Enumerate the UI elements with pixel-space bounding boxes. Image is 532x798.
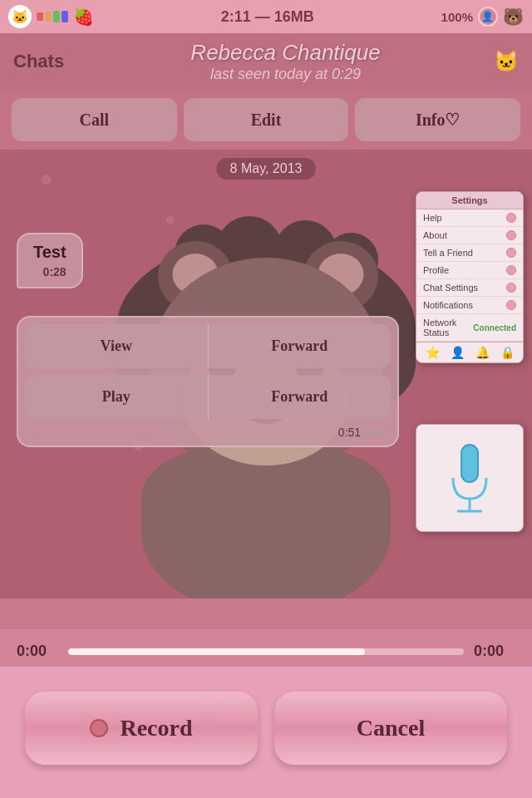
back-button[interactable]: Chats [13, 51, 64, 72]
menu-dot [506, 300, 516, 310]
menu-item-notifications[interactable]: Notifications [416, 297, 523, 314]
image-actions: View Forward [25, 324, 391, 368]
recording-time-left: 0:00 [17, 643, 58, 660]
microphone-popup [416, 424, 524, 532]
avatar-icon: 👤 [478, 7, 498, 27]
menu-item-tell-friend[interactable]: Tell a Friend [416, 244, 523, 262]
bar2 [45, 12, 52, 22]
menu-item-about[interactable]: About [416, 227, 523, 244]
lock-icon[interactable]: 🔒 [500, 346, 515, 359]
bar1 [37, 12, 43, 21]
context-icons-row: ⭐ 👤 🔔 🔒 [416, 342, 523, 362]
action-buttons-row: Call Edit Info♡ [0, 90, 532, 150]
contact-status: last seen today at 0:29 [77, 66, 494, 83]
bar3 [53, 11, 60, 22]
menu-dot [506, 213, 516, 223]
bell-icon[interactable]: 🔔 [475, 346, 490, 359]
forward-button-2[interactable]: Forward [209, 375, 392, 419]
edit-button[interactable]: Edit [184, 98, 349, 141]
back-label: Chats [13, 51, 64, 71]
signal-bars [37, 11, 68, 22]
polka-dot [42, 175, 52, 185]
received-bubble-1[interactable]: Test 0:28 [17, 233, 83, 288]
bottom-buttons: Record Cancel [0, 667, 532, 798]
menu-dot [506, 248, 516, 258]
cancel-button[interactable]: Cancel [274, 692, 507, 765]
microphone-svg [436, 436, 503, 520]
hello-kitty-icon: 🐱 [8, 5, 32, 28]
separator: — [255, 8, 270, 25]
recording-progress-fill [68, 648, 365, 655]
status-time: 2:11 — 16MB [221, 8, 314, 26]
record-label: Record [120, 715, 192, 741]
battery-display: 100% [441, 10, 473, 24]
record-dot-icon [90, 719, 108, 737]
play-button[interactable]: Play [25, 375, 209, 419]
call-button[interactable]: Call [12, 98, 177, 141]
menu-item-network[interactable]: Network Status Connected [416, 314, 523, 342]
memory-display: 16MB [274, 8, 314, 25]
media-time: 0:51 ✓✓ [25, 422, 391, 439]
menu-item-chat-settings[interactable]: Chat Settings [416, 279, 523, 297]
menu-dot [506, 265, 516, 275]
menu-dot [506, 230, 516, 240]
audio-actions: Play Forward [25, 375, 391, 419]
status-right: 100% 👤 🐻 [441, 7, 524, 27]
forward-button-1[interactable]: Forward [209, 324, 392, 368]
bar4 [62, 11, 68, 22]
strawberry-icon: 🍓 [73, 7, 94, 27]
info-button[interactable]: Info♡ [355, 98, 520, 141]
bubble-time-2: 0:28 [33, 265, 66, 278]
status-left: 🐱 🍓 [8, 5, 94, 28]
date-separator: 8 May, 2013 [217, 158, 316, 180]
chat-area: 8 May, 2013 Test 0:27 ✓✓ Test 0:28 View … [0, 150, 532, 598]
header-title-block: Rebecca Chantique last seen today at 0:2… [77, 40, 494, 83]
context-menu: Settings Help About Tell a Friend Profil… [416, 191, 524, 363]
record-button[interactable]: Record [25, 692, 258, 765]
media-bubble[interactable]: View Forward Play Forward 0:51 ✓✓ [17, 316, 399, 447]
profile-icon[interactable]: 👤 [451, 346, 465, 359]
svg-rect-0 [461, 445, 478, 482]
time-display: 2:11 [221, 8, 251, 25]
menu-dot [506, 283, 516, 293]
menu-item-help[interactable]: Help [416, 209, 523, 227]
star-icon[interactable]: ⭐ [426, 346, 440, 359]
contact-avatar-emoji: 🐱 [494, 50, 519, 73]
bubble-text-2: Test [33, 243, 66, 262]
view-button[interactable]: View [25, 324, 209, 368]
chat-header: Chats Rebecca Chantique last seen today … [0, 33, 532, 90]
context-menu-header: Settings [416, 192, 523, 209]
recording-progress [68, 648, 464, 655]
status-bar: 🐱 🍓 2:11 — 16MB 100% 👤 🐻 [0, 0, 532, 33]
recording-time-right: 0:00 [474, 643, 515, 660]
contact-name: Rebecca Chantique [77, 40, 494, 66]
bear-icon: 🐻 [503, 7, 524, 27]
menu-item-profile[interactable]: Profile [416, 262, 523, 279]
